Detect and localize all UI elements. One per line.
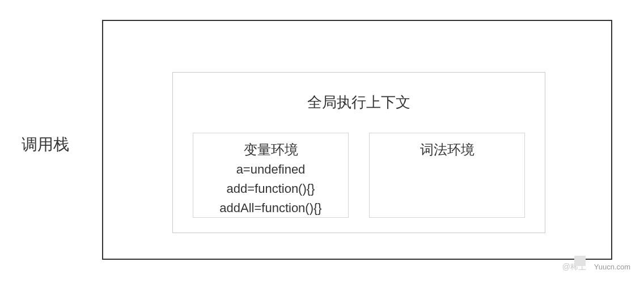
call-stack-label: 调用栈 [22, 134, 69, 155]
variable-line: a=undefined [193, 160, 348, 179]
call-stack-box: 全局执行上下文 变量环境 a=undefined add=function(){… [102, 20, 612, 260]
global-execution-context-box: 全局执行上下文 变量环境 a=undefined add=function(){… [172, 72, 545, 233]
variable-line: addAll=function(){} [193, 199, 348, 218]
environments-row: 变量环境 a=undefined add=function(){} addAll… [173, 133, 545, 218]
variable-line: add=function(){} [193, 179, 348, 199]
lexical-environment-box: 词法环境 [369, 133, 525, 218]
variable-environment-box: 变量环境 a=undefined add=function(){} addAll… [193, 133, 349, 218]
watermark-badge: Yuucn.com [582, 259, 642, 274]
context-title: 全局执行上下文 [173, 92, 545, 112]
variable-environment-title: 变量环境 [193, 139, 348, 160]
watermark-site: Yuucn.com [594, 263, 630, 271]
lexical-environment-title: 词法环境 [370, 139, 524, 160]
